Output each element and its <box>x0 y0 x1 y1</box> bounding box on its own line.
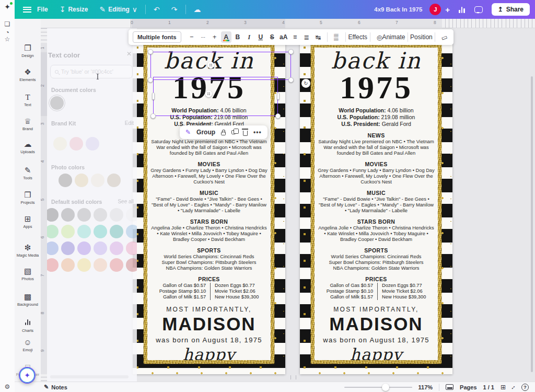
zoom-slider-knob[interactable] <box>382 384 389 391</box>
color-swatch[interactable] <box>77 258 91 272</box>
color-swatch[interactable] <box>61 258 75 272</box>
sidebar-item-charts[interactable]: Charts <box>15 318 41 333</box>
poster-most-importantly[interactable]: MOST IMPORTANTLY, <box>166 306 252 313</box>
fullscreen-icon[interactable]: ↕ <box>510 383 517 390</box>
color-swatch[interactable] <box>61 208 75 222</box>
poster-born-line[interactable]: was born on August 18, 1975 <box>323 336 429 344</box>
color-swatch[interactable] <box>94 241 107 255</box>
poster-section-news[interactable]: NEWSSaturday Night Live premiered on NBC… <box>315 132 438 156</box>
poster-stats[interactable]: World Population: 4.06 billion U.S. Popu… <box>338 107 415 128</box>
strikethrough-button[interactable]: S <box>267 31 277 43</box>
alignment-button[interactable]: ≡ <box>290 31 300 43</box>
brand-kit-edit-link[interactable]: Edit <box>125 120 134 126</box>
group-button[interactable]: Group <box>196 129 215 136</box>
color-swatch[interactable] <box>86 137 99 151</box>
color-swatch[interactable] <box>126 225 137 238</box>
poster-section-prices[interactable]: PRICES Gallon of Gas $0.57Postage Stamp … <box>147 276 271 300</box>
color-swatch[interactable] <box>47 241 59 255</box>
color-swatch[interactable] <box>126 258 137 272</box>
poster-happy-birthday[interactable]: happy birthday! <box>315 345 438 360</box>
text-case-button[interactable]: aA <box>278 31 289 43</box>
poster-section-movies[interactable]: MOVIESGrey Gardens • Funny Lady • Barry … <box>147 161 271 185</box>
main-menu-icon[interactable] <box>23 7 31 13</box>
recent-clock-icon[interactable]: ◔ <box>3 29 11 36</box>
bold-button[interactable]: B <box>232 31 243 43</box>
see-all-link[interactable]: See all <box>118 199 134 204</box>
sidebar-item-elements[interactable]: ❖Elements <box>15 68 41 82</box>
poster-section-sports[interactable]: SPORTSWorld Series Champions: Cincinnati… <box>147 247 271 271</box>
sidebar-item-tools[interactable]: ✎Tools <box>15 166 41 180</box>
poster-section-prices[interactable]: PRICES Gallon of Gas $0.57Postage Stamp … <box>315 276 438 300</box>
color-swatch[interactable] <box>110 258 123 272</box>
color-swatch[interactable] <box>126 208 137 222</box>
grid-view-icon[interactable]: ⊞ <box>501 384 506 391</box>
transparency-button[interactable]: ▒ <box>331 31 342 43</box>
color-swatch[interactable] <box>77 208 91 222</box>
color-swatch[interactable] <box>77 225 91 238</box>
zoom-slider[interactable] <box>344 387 412 388</box>
poster-happy-birthday[interactable]: happy birthday! <box>147 345 271 360</box>
text-color-button[interactable]: A <box>221 31 231 43</box>
list-button[interactable]: ≣ <box>301 31 312 43</box>
sidebar-item-projects[interactable]: ❒Projects <box>15 191 41 205</box>
selection-handle[interactable] <box>150 113 156 119</box>
poster-page-right[interactable]: back in 1975 World Population: 4.06 bill… <box>300 42 452 374</box>
color-swatch[interactable] <box>91 174 104 187</box>
sidebar-item-text[interactable]: TText <box>15 93 41 107</box>
color-swatch[interactable] <box>94 258 107 272</box>
color-swatch[interactable] <box>110 225 123 238</box>
selection-handle[interactable] <box>275 113 281 119</box>
selection-box-group[interactable] <box>153 77 278 116</box>
font-selector[interactable]: Multiple fonts <box>133 31 181 43</box>
more-options-icon[interactable]: ••• <box>253 129 262 136</box>
poster-section-music[interactable]: MUSIC"Fame" - David Bowie • "Jive Talkin… <box>147 190 271 214</box>
sidebar-item-uploads[interactable]: ☁Uploads <box>15 140 41 154</box>
color-swatch[interactable] <box>110 208 123 222</box>
settings-gear-icon[interactable]: ⚙ <box>3 383 11 390</box>
sidebar-item-design[interactable]: ❐Design <box>15 44 41 58</box>
add-member-button[interactable]: + <box>441 5 454 14</box>
poster-section-stars-born[interactable]: STARS BORNAngelina Jolie • Charlize Ther… <box>315 218 438 243</box>
font-size-value[interactable]: -- <box>198 31 208 43</box>
color-swatch[interactable] <box>107 174 121 187</box>
vertical-scrollbar[interactable] <box>531 76 533 372</box>
font-size-decrease[interactable]: − <box>187 31 197 43</box>
color-swatch[interactable] <box>110 241 123 255</box>
effects-button[interactable]: Effects <box>349 31 366 43</box>
poster-year-text[interactable]: 1975 <box>340 74 413 101</box>
avatar[interactable]: J <box>429 4 441 15</box>
templates-icon[interactable]: ❏ <box>3 20 11 28</box>
paint-roller-icon[interactable]: ▭ <box>437 30 451 44</box>
animate-button[interactable]: Animate <box>383 31 404 43</box>
spacing-button[interactable]: ↹ <box>313 31 323 43</box>
redo-button[interactable]: ↷ <box>166 0 183 19</box>
color-search-input[interactable]: Try 'blue' or '#00c4cc' <box>50 65 133 78</box>
cloud-save-icon[interactable]: ☁ <box>188 0 207 19</box>
design-title[interactable]: 4x9 Back In 1975 <box>374 6 422 13</box>
selection-handle[interactable] <box>288 49 294 54</box>
drag-grip[interactable] <box>205 90 212 97</box>
drag-grip[interactable] <box>207 62 214 68</box>
italic-button[interactable]: I <box>244 31 254 43</box>
panel-scrollbar[interactable] <box>50 375 129 378</box>
poster-section-sports[interactable]: SPORTSWorld Series Champions: Cincinnati… <box>315 247 438 271</box>
color-swatch[interactable] <box>77 241 91 255</box>
color-swatch[interactable] <box>75 174 88 187</box>
selection-handle[interactable] <box>148 49 153 54</box>
sidebar-item-emoji[interactable]: ☺Emoji <box>15 338 41 352</box>
help-icon[interactable]: ? <box>521 384 529 391</box>
color-swatch[interactable] <box>53 137 67 151</box>
color-swatch[interactable] <box>59 174 72 187</box>
color-swatch[interactable] <box>50 96 64 110</box>
rotate-handle[interactable]: ↻ <box>301 79 310 88</box>
sidebar-item-magic-media[interactable]: ❇Magic Media <box>15 244 41 258</box>
comments-icon[interactable] <box>474 6 483 13</box>
font-size-increase[interactable]: + <box>210 31 220 43</box>
notes-button[interactable]: ✎Notes <box>44 384 67 390</box>
resize-button[interactable]: ↧Resize <box>54 0 94 19</box>
sidebar-item-apps[interactable]: ⊞Apps <box>15 215 41 229</box>
color-swatch[interactable] <box>126 241 137 255</box>
color-swatch[interactable] <box>47 225 59 238</box>
editing-mode-button[interactable]: ✎Editing∨ <box>94 0 143 19</box>
canvas-area[interactable]: 0 1 2 3 4 5 6 7 8 1 2 3 4 5 6 7 8 9 10 <box>41 19 535 382</box>
